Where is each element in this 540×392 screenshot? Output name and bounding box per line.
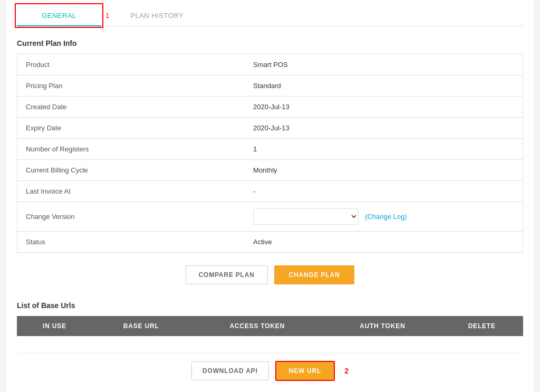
tabs-container: GENERAL 1 PLAN HISTORY: [17, 0, 523, 26]
new-url-number-label: 2: [344, 367, 349, 375]
download-api-button[interactable]: DOWNLOAD API: [191, 361, 268, 380]
table-row: Pricing Plan Standard: [17, 75, 523, 97]
base-urls-section: List of Base Urls IN USE BASE URL ACCESS…: [17, 301, 523, 381]
value-expiry-date: 2020-Jul-13: [245, 118, 523, 139]
col-in-use: IN USE: [17, 316, 92, 336]
value-num-registers: 1: [245, 139, 523, 160]
label-billing-cycle: Current Billing Cycle: [17, 160, 245, 181]
value-pricing-plan: Standard: [245, 75, 523, 97]
label-change-version: Change Version: [17, 202, 245, 232]
table-row: Status Active: [17, 232, 523, 253]
version-select[interactable]: [253, 208, 359, 225]
base-urls-table: IN USE BASE URL ACCESS TOKEN AUTH TOKEN …: [17, 316, 523, 352]
url-table-empty-row: [17, 336, 523, 352]
col-access-token: ACCESS TOKEN: [190, 316, 324, 336]
change-plan-button[interactable]: CHANGE PLAN: [274, 265, 355, 284]
new-url-button[interactable]: NEW URL: [275, 361, 335, 381]
plan-action-buttons: COMPARE PLAN CHANGE PLAN: [17, 265, 523, 284]
label-expiry-date: Expiry Date: [17, 118, 245, 139]
base-urls-section-title: List of Base Urls: [17, 301, 523, 310]
value-billing-cycle: Monthly: [245, 160, 523, 181]
label-created-date: Created Date: [17, 97, 245, 118]
col-auth-token: AUTH TOKEN: [324, 316, 440, 336]
label-pricing-plan: Pricing Plan: [17, 75, 245, 97]
label-last-invoice: Last Invoice At: [17, 181, 245, 202]
col-base-url: BASE URL: [92, 316, 190, 336]
label-status: Status: [17, 232, 245, 253]
current-plan-section-title: Current Plan Info: [17, 39, 523, 47]
url-table-header-row: IN USE BASE URL ACCESS TOKEN AUTH TOKEN …: [17, 316, 523, 336]
table-row: Last Invoice At -: [17, 181, 523, 202]
label-product: Product: [17, 54, 245, 75]
table-row: Current Billing Cycle Monthly: [17, 160, 523, 181]
url-action-row: DOWNLOAD API NEW URL 2: [17, 361, 523, 381]
value-change-version: (Change Log): [245, 202, 523, 232]
table-row-version: Change Version (Change Log): [17, 202, 523, 232]
table-row: Expiry Date 2020-Jul-13: [17, 118, 523, 139]
value-status: Active: [245, 232, 523, 253]
plan-info-table: Product Smart POS Pricing Plan Standard …: [17, 54, 523, 253]
label-num-registers: Number of Registers: [17, 139, 245, 160]
table-row: Created Date 2020-Jul-13: [17, 97, 523, 118]
value-created-date: 2020-Jul-13: [245, 97, 523, 118]
compare-plan-button[interactable]: COMPARE PLAN: [186, 265, 268, 284]
change-log-link[interactable]: (Change Log): [365, 213, 407, 221]
table-row: Product Smart POS: [17, 54, 523, 75]
tab-general-number: 1: [105, 12, 109, 20]
table-row: Number of Registers 1: [17, 139, 523, 160]
value-product: Smart POS: [245, 54, 523, 75]
col-delete: DELETE: [440, 316, 523, 336]
tab-plan-history[interactable]: PLAN HISTORY: [109, 5, 205, 26]
tab-general[interactable]: GENERAL: [17, 5, 101, 26]
value-last-invoice: -: [245, 181, 523, 202]
